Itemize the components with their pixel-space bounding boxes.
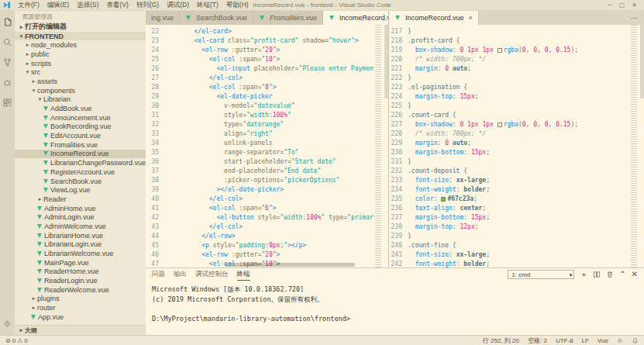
file-item[interactable]: ReaderLogin.vue <box>15 276 146 285</box>
panel-tab[interactable]: 问题 <box>152 269 165 281</box>
close-panel-icon[interactable]: ✕ <box>632 271 638 278</box>
source-control-icon[interactable] <box>2 57 13 67</box>
file-item[interactable]: EditAccount.vue <box>15 131 146 140</box>
line-number: 47 <box>146 260 164 267</box>
bottom-panel: 问题输出调试控制台终端 1: cmd ＋ ⌃ ✕ Microsoft Windo… <box>146 267 644 335</box>
editor-tab[interactable]: SearchBook.vue <box>180 11 253 25</box>
menu-item[interactable]: 选择(S) <box>73 1 102 10</box>
eol-status[interactable]: LF <box>582 337 589 344</box>
folder-item[interactable]: ▾components <box>15 86 146 95</box>
code-line: 30 v-model="datevalue" <box>146 101 374 110</box>
folder-item[interactable]: ▸Reader <box>15 195 146 204</box>
cursor-position[interactable]: 行 252, 列 20 <box>483 336 519 345</box>
close-tab-icon[interactable]: × <box>467 14 473 22</box>
minimize-icon[interactable]: ─ <box>608 2 612 9</box>
folder-item[interactable]: ▸plugins <box>15 295 146 304</box>
code-line: 219 box-shadow: 0 1px 1px rgba(0, 0, 0, … <box>389 45 630 54</box>
settings-gear-icon[interactable] <box>2 318 13 329</box>
line-number: 36 <box>146 158 164 165</box>
folder-item[interactable]: ▾FRONTEND <box>15 32 146 41</box>
maximize-icon[interactable]: ▢ <box>619 2 625 9</box>
file-item[interactable]: AddBook.vue <box>15 104 146 113</box>
maximize-panel-icon[interactable]: ⌃ <box>619 271 625 278</box>
folder-item[interactable]: ▸打开的编辑器 <box>15 22 146 32</box>
close-icon[interactable]: ✕ <box>632 2 637 9</box>
code-editor-left[interactable]: 22 </el-card>23 <el-card class="profit-c… <box>146 25 388 267</box>
menu-item[interactable]: 终端(T) <box>193 1 222 10</box>
horizontal-scrollbar-left[interactable] <box>225 263 355 267</box>
feedback-smiley-icon[interactable]: ☺ <box>617 337 623 344</box>
kill-terminal-icon[interactable] <box>606 271 614 278</box>
editor-tab[interactable]: IncomeRecord.vue× <box>389 11 479 25</box>
file-item[interactable]: LibrarianHome.vue <box>15 231 146 240</box>
explorer-icon[interactable] <box>2 16 13 27</box>
file-item[interactable]: LibrarianChangePassword.vue <box>15 158 146 167</box>
folder-item[interactable]: ▾Librarian <box>15 95 146 105</box>
split-terminal-icon[interactable] <box>593 271 601 278</box>
terminal-select[interactable]: 1: cmd <box>508 270 574 279</box>
more-actions-icon[interactable]: ⋯ <box>631 14 639 22</box>
file-item[interactable]: Fromalities.vue <box>15 140 146 150</box>
outline-section[interactable]: ▸ 大纲 <box>15 325 146 335</box>
minimap-right[interactable] <box>631 25 639 267</box>
file-item[interactable]: IncomeRecord.vue <box>15 150 146 159</box>
file-item[interactable]: App.vue <box>15 312 146 322</box>
file-item[interactable]: SearchBook.vue <box>15 177 146 186</box>
file-item[interactable]: RegisterAccount.vue <box>15 167 146 177</box>
tree-item-label: BookRecording.vue <box>50 122 112 130</box>
code-line: 226.count-card { <box>389 110 630 119</box>
notifications-bell-icon[interactable] <box>632 337 639 344</box>
menu-item[interactable]: 文件(F) <box>14 1 43 10</box>
minimap-left[interactable] <box>375 25 384 267</box>
new-terminal-icon[interactable]: ＋ <box>580 271 587 278</box>
search-icon[interactable] <box>2 36 13 47</box>
code-editor-right[interactable]: 217}218.profit-card {219 box-shadow: 0 1… <box>389 25 644 267</box>
error-icon: ⊘ <box>5 337 11 344</box>
terminal-output[interactable]: Microsoft Windows [版本 10.0.18362.720] (c… <box>146 281 644 335</box>
menu-item[interactable]: 编辑(E) <box>43 1 73 10</box>
vertical-scrollbar-right[interactable] <box>640 25 644 98</box>
code-line: 32 type="daterange" <box>146 119 374 129</box>
encoding-status[interactable]: UTF-8 <box>556 337 573 344</box>
tab-label: IncomeRecord.vue <box>405 14 464 22</box>
indentation-status[interactable]: 空格: 2 <box>528 336 547 345</box>
panel-tab[interactable]: 输出 <box>174 269 187 281</box>
extensions-icon[interactable] <box>2 97 13 108</box>
editor-tab[interactable]: IncomeRecord.vue● <box>323 11 388 25</box>
folder-item[interactable]: ▸node_modules <box>15 40 146 50</box>
editor-tab[interactable]: Fromalities.vue <box>253 11 323 25</box>
file-item[interactable]: ReaderHome.vue <box>15 267 146 277</box>
file-item[interactable]: Announcement.vue <box>15 113 146 122</box>
tree-item-label: ReaderHome.vue <box>44 267 99 275</box>
folder-item[interactable]: ▸public <box>15 50 146 59</box>
menu-item[interactable]: 帮助(H) <box>222 1 253 10</box>
menu-item[interactable]: 转到(G) <box>133 1 163 10</box>
vue-icon <box>37 233 42 238</box>
file-item[interactable]: BookRecording.vue <box>15 122 146 132</box>
file-item[interactable]: AdminLogin.vue <box>15 212 146 222</box>
menu-item[interactable]: 调试(D) <box>163 1 193 10</box>
folder-item[interactable]: ▾src <box>15 67 146 77</box>
code-line: 26 <el-input placeholder="Please enter P… <box>146 64 374 73</box>
file-item[interactable]: ReaderWelcome.vue <box>15 285 146 295</box>
folder-item[interactable]: ▸router <box>15 303 146 312</box>
file-item[interactable]: LibrarianWelcome.vue <box>15 249 146 258</box>
language-mode[interactable]: Vue <box>598 337 608 344</box>
line-number: 232 <box>389 167 408 174</box>
file-item[interactable]: LibrarianLogin.vue <box>15 240 146 250</box>
menu-item[interactable]: 查看(V) <box>103 1 133 10</box>
folder-item[interactable]: ▸assets <box>15 77 146 86</box>
file-item[interactable]: AdminHome.vue <box>15 204 146 213</box>
editor-tab[interactable]: ing.vue <box>146 11 180 25</box>
file-item[interactable]: ViewLog.vue <box>15 185 146 195</box>
panel-tab[interactable]: 调试控制台 <box>195 269 229 281</box>
panel-tab[interactable]: 终端 <box>237 269 250 281</box>
vue-icon <box>37 288 42 292</box>
problems-status[interactable]: ⊘ 0 ⚠ 0 <box>5 337 28 344</box>
line-number: 227 <box>389 121 408 128</box>
tab-bar-right: IncomeRecord.vue× ⋯ <box>389 11 644 25</box>
file-item[interactable]: AdminWelcome.vue <box>15 222 146 231</box>
folder-item[interactable]: ▸scripts <box>15 59 146 68</box>
debug-icon[interactable] <box>2 77 13 88</box>
file-item[interactable]: MainPage.vue <box>15 258 146 267</box>
